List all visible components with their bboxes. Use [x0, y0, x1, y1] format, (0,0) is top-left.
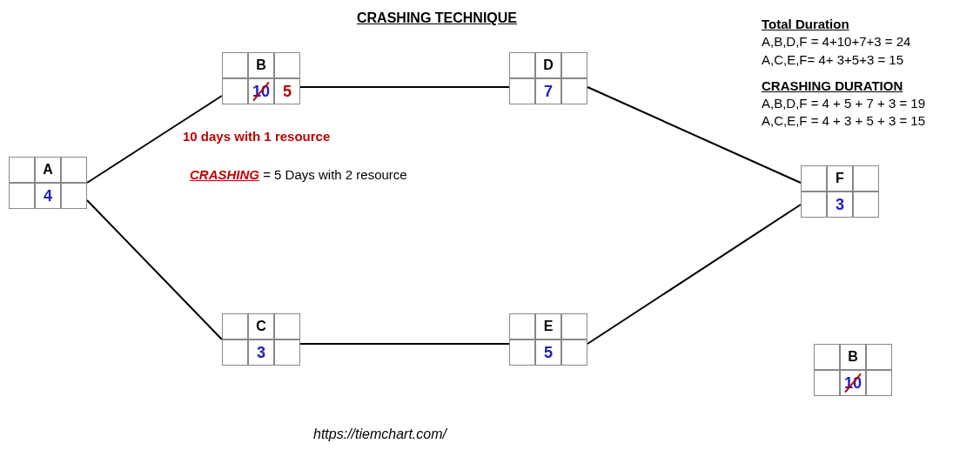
node-C: C 3: [222, 313, 300, 366]
node-B-crashed-duration: 5: [274, 78, 300, 104]
crashing-duration-heading: CRASHING DURATION: [762, 77, 925, 95]
note-crashing: CRASHING = 5 Days with 2 resource: [190, 167, 407, 182]
node-E: E 5: [509, 313, 587, 366]
diagram-title: CRASHING TECHNIQUE: [357, 10, 517, 26]
node-F: F 3: [801, 165, 879, 218]
node-D: D 7: [509, 52, 587, 104]
node-B-legend-duration: 10: [840, 370, 866, 396]
node-A-duration: 4: [35, 183, 61, 209]
total-duration-heading: Total Duration: [762, 16, 925, 33]
node-D-name: D: [535, 52, 561, 78]
note-resource-1: 10 days with 1 resource: [183, 129, 330, 144]
node-D-duration: 7: [535, 78, 561, 104]
crashing-label: CRASHING: [190, 167, 259, 182]
node-B-name: B: [248, 52, 274, 78]
node-E-name: E: [535, 313, 561, 339]
svg-line-1: [87, 200, 222, 339]
footer-url: https://tiemchart.com/: [313, 427, 446, 442]
node-C-duration: 3: [248, 339, 274, 366]
node-B: B 10 5: [222, 52, 300, 104]
node-F-duration: 3: [827, 192, 853, 218]
node-B-legend-name: B: [840, 344, 866, 370]
node-B-legend: B 10: [814, 344, 892, 396]
crashing-duration-path1: A,B,D,F = 4 + 5 + 7 + 3 = 19: [762, 95, 925, 112]
node-C-name: C: [248, 313, 274, 339]
node-F-name: F: [827, 165, 853, 192]
duration-info: Total Duration A,B,D,F = 4+10+7+3 = 24 A…: [762, 16, 925, 131]
svg-line-5: [587, 205, 801, 344]
node-B-duration: 10: [248, 78, 274, 104]
total-duration-path2: A,C,E,F= 4+ 3+5+3 = 15: [762, 51, 925, 69]
node-A-name: A: [35, 157, 61, 183]
node-E-duration: 5: [535, 339, 561, 366]
node-A: A 4: [9, 157, 87, 209]
total-duration-path1: A,B,D,F = 4+10+7+3 = 24: [762, 33, 925, 50]
crashing-duration-path2: A,C,E,F = 4 + 3 + 5 + 3 = 15: [762, 112, 925, 130]
